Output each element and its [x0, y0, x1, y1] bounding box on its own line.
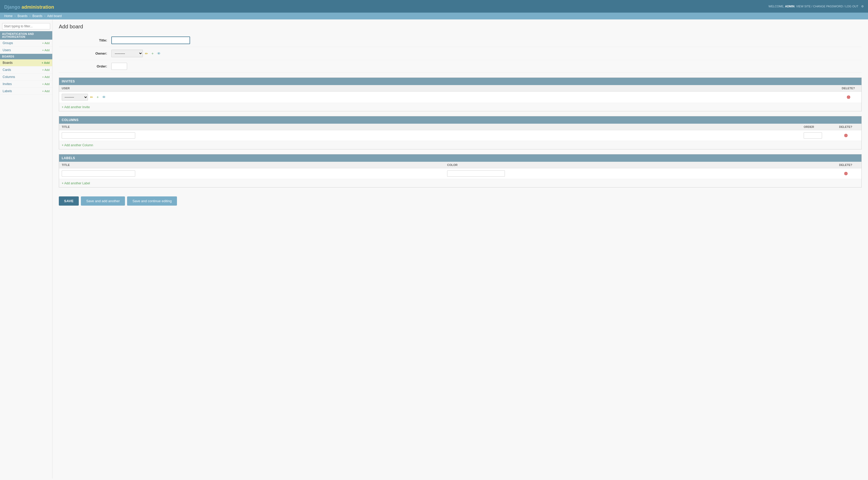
breadcrumb: Home › Boards › Boards › Add board: [0, 12, 868, 20]
sidebar-item-groups[interactable]: Groups + Add: [0, 40, 52, 47]
sidebar-item-cards-add[interactable]: + Add: [42, 68, 50, 71]
sidebar-item-invites-add[interactable]: + Add: [42, 83, 50, 86]
sidebar-filter-input[interactable]: [2, 23, 50, 29]
sidebar-filter-wrap: [0, 22, 52, 31]
submit-row: SAVE Save and add another Save and conti…: [59, 192, 862, 210]
sidebar-item-columns-add[interactable]: + Add: [42, 76, 50, 79]
invites-section-header: INVITES: [59, 78, 862, 85]
log-out-link[interactable]: LOG OUT: [845, 5, 858, 8]
sidebar-item-labels-add[interactable]: + Add: [42, 90, 50, 93]
site-brand: Django administration: [4, 2, 54, 10]
sidebar-item-labels[interactable]: Labels + Add: [0, 88, 52, 95]
owner-add-button[interactable]: ＋: [150, 51, 155, 56]
sidebar-item-columns-label: Columns: [3, 75, 15, 79]
invites-section: INVITES USER DELETE? --------- ✏ ＋ 👁: [59, 78, 862, 111]
page-title: Add board: [59, 24, 862, 30]
save-button[interactable]: SAVE: [59, 197, 79, 206]
header-tools: WELCOME, ADMIN. VIEW SITE / CHANGE PASSW…: [769, 5, 864, 8]
change-password-link[interactable]: CHANGE PASSWORD: [813, 5, 843, 8]
columns-order-wrap: [801, 132, 833, 139]
order-input[interactable]: [111, 63, 127, 70]
sidebar: Authentication and Authorization Groups …: [0, 20, 53, 478]
save-continue-editing-button[interactable]: Save and continue editing: [127, 197, 177, 206]
sidebar-item-groups-add[interactable]: + Add: [42, 41, 50, 44]
columns-add-another-link[interactable]: + Add another Column: [62, 143, 93, 147]
sidebar-item-boards-add[interactable]: + Add: [42, 61, 50, 64]
breadcrumb-boards-2[interactable]: Boards: [32, 14, 42, 18]
columns-add-another-row: + Add another Column: [59, 141, 862, 149]
invites-col-user: USER: [62, 87, 838, 90]
breadcrumb-home[interactable]: Home: [4, 14, 12, 18]
invites-user-wrap: --------- ✏ ＋ 👁: [62, 94, 838, 100]
sidebar-item-boards-label: Boards: [3, 61, 12, 65]
labels-delete-cell: ⊗: [833, 171, 859, 176]
labels-delete-icon[interactable]: ⊗: [844, 171, 848, 176]
order-label: Order:: [59, 64, 111, 68]
owner-edit-button[interactable]: ✏: [145, 51, 149, 56]
container: Authentication and Authorization Groups …: [0, 20, 868, 478]
form-row-owner: Owner: --------- ✏ ＋ 👁: [59, 47, 862, 60]
columns-row-1: ⊗: [59, 130, 862, 141]
invites-view-button[interactable]: 👁: [102, 94, 106, 100]
owner-select-wrap: --------- ✏ ＋ 👁: [111, 50, 161, 57]
columns-row-1-data: ⊗: [62, 132, 859, 139]
sidebar-item-invites[interactable]: Invites + Add: [0, 81, 52, 88]
columns-delete-cell: ⊗: [833, 132, 859, 139]
columns-section-header: COLUMNS: [59, 116, 862, 124]
form-row-order: Order:: [59, 60, 862, 73]
labels-section-header: LABELS: [59, 154, 862, 162]
sidebar-section-auth: Authentication and Authorization: [0, 31, 52, 40]
sidebar-item-cards[interactable]: Cards + Add: [0, 66, 52, 73]
welcome-prefix: WELCOME,: [769, 5, 785, 8]
invites-delete-icon[interactable]: ⊗: [846, 94, 850, 100]
owner-label: Owner:: [59, 52, 111, 55]
sidebar-item-users[interactable]: Users + Add: [0, 47, 52, 54]
sidebar-item-invites-label: Invites: [3, 82, 12, 86]
invites-col-delete: DELETE?: [838, 87, 859, 90]
labels-add-another-link[interactable]: + Add another Label: [62, 181, 90, 185]
invites-row-1: --------- ✏ ＋ 👁 ⊗: [59, 92, 862, 103]
columns-col-order: ORDER: [801, 125, 833, 128]
columns-title-input[interactable]: [62, 132, 135, 139]
invites-delete-cell: ⊗: [838, 94, 859, 100]
labels-col-color: COLOR: [447, 163, 833, 167]
view-site-link[interactable]: VIEW SITE: [796, 5, 811, 8]
columns-col-title: TITLE: [62, 125, 801, 128]
labels-color-input[interactable]: [447, 171, 505, 177]
save-add-another-button[interactable]: Save and add another: [81, 197, 125, 206]
labels-title-input[interactable]: [62, 171, 135, 177]
labels-section: LABELS TITLE COLOR DELETE? ⊗: [59, 154, 862, 187]
owner-select[interactable]: ---------: [111, 50, 143, 57]
columns-order-input[interactable]: [804, 132, 822, 139]
columns-delete-icon[interactable]: ⊗: [844, 133, 848, 138]
columns-section: COLUMNS TITLE ORDER DELETE? ⊗: [59, 116, 862, 149]
invites-user-select[interactable]: ---------: [62, 94, 88, 100]
title-label: Title:: [59, 38, 111, 42]
sidebar-item-boards[interactable]: Boards + Add: [0, 59, 52, 66]
invites-add-another-link[interactable]: + Add another Invite: [62, 105, 90, 109]
sidebar-section-boards: Boards: [0, 54, 52, 59]
invites-row-1-data: --------- ✏ ＋ 👁 ⊗: [62, 94, 859, 100]
labels-row-1: ⊗: [59, 168, 862, 179]
invites-edit-button[interactable]: ✏: [90, 94, 94, 100]
breadcrumb-boards-1[interactable]: Boards: [18, 14, 28, 18]
brand-admin: administration: [22, 4, 54, 10]
brand-django: Django: [4, 4, 22, 10]
breadcrumb-sep-2: ›: [29, 14, 30, 18]
invites-add-button[interactable]: ＋: [95, 94, 100, 100]
sidebar-item-columns[interactable]: Columns + Add: [0, 73, 52, 81]
labels-title-wrap: [62, 171, 447, 177]
sidebar-item-users-label: Users: [3, 48, 11, 52]
breadcrumb-sep-3: ›: [44, 14, 45, 18]
sidebar-item-cards-label: Cards: [3, 68, 11, 72]
columns-table-header: TITLE ORDER DELETE?: [59, 124, 862, 130]
header: Django administration WELCOME, ADMIN. VI…: [0, 0, 868, 12]
brand-link[interactable]: Django administration: [4, 4, 54, 10]
columns-col-delete: DELETE?: [833, 125, 859, 128]
title-input[interactable]: [111, 36, 190, 44]
sidebar-item-users-add[interactable]: + Add: [42, 49, 50, 52]
invites-table-header: USER DELETE?: [59, 85, 862, 92]
invites-add-another-row: + Add another Invite: [59, 103, 862, 111]
theme-icon: ⚙: [861, 5, 864, 8]
owner-view-button[interactable]: 👁: [156, 51, 161, 56]
